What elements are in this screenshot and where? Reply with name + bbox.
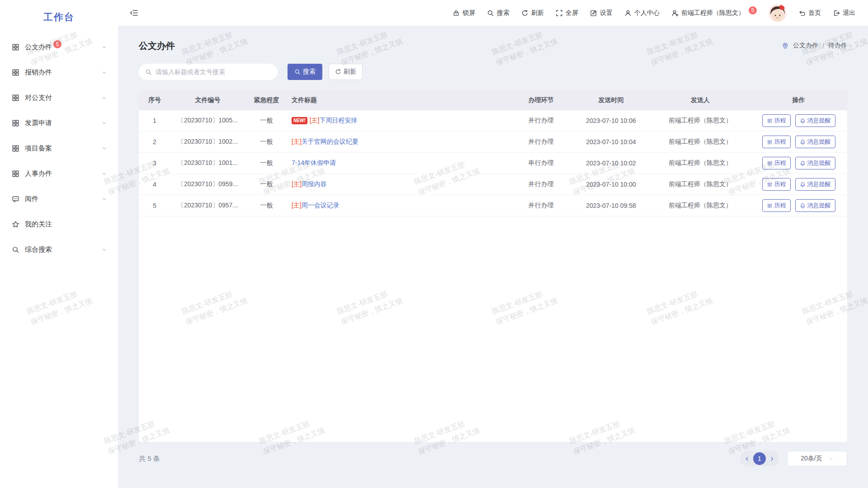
search-icon (145, 69, 152, 75)
search-button-label: 搜索 (303, 68, 316, 76)
message-remind-button[interactable]: 消息提醒 (795, 178, 835, 191)
topbar-action-label: 全屏 (566, 9, 578, 17)
cell-index: 3 (139, 160, 170, 167)
prev-page-icon[interactable] (744, 456, 750, 462)
app-root: 工作台 公文办件5报销办件对公支付发票申请项目备案人事办件阅件我的关注综合搜索 … (0, 0, 868, 488)
new-badge: NEW! (292, 117, 307, 124)
document-title-link[interactable]: [主]关于官网的会议纪要 (292, 138, 359, 146)
doc-tag: [主] (292, 202, 302, 210)
search-input[interactable] (156, 68, 271, 75)
history-button[interactable]: 历程 (762, 199, 791, 212)
topbar-action-user[interactable]: 个人中心 (624, 9, 660, 17)
history-label: 历程 (774, 159, 786, 167)
topbar-action-fullscreen[interactable]: 全屏 (556, 9, 578, 17)
chevron-down-icon (101, 95, 107, 101)
breadcrumb: 公文办件 / 待办件 (782, 42, 847, 50)
grid-icon (12, 94, 19, 102)
user-avatar[interactable] (769, 4, 787, 22)
cell-urgency: 一般 (245, 138, 288, 146)
sliders-icon (767, 139, 773, 145)
sidebar-item[interactable]: 对公支付 (0, 85, 118, 110)
message-remind-button[interactable]: 消息提醒 (795, 136, 835, 148)
cell-title: NEW![主]下周日程安排 (288, 117, 510, 125)
doc-tag: [主] (292, 180, 302, 188)
topbar-action-refresh[interactable]: 刷新 (521, 9, 544, 17)
cell-title: 7-14年休假申请 (288, 159, 510, 167)
table-body: 1〔20230710〕1005...一般NEW![主]下周日程安排并行办理202… (139, 110, 847, 216)
chevron-down-icon (101, 145, 107, 151)
sidebar-item[interactable]: 发票申请 (0, 110, 118, 136)
column-header: 发送人 (651, 96, 750, 104)
chevron-down-icon (829, 456, 834, 461)
current-user-label: 前端工程师（陈思文） (681, 9, 745, 17)
chevron-down-icon (101, 171, 107, 177)
sidebar-menu: 公文办件5报销办件对公支付发票申请项目备案人事办件阅件我的关注综合搜索 (0, 34, 118, 262)
doc-title-text: 7-14年休假申请 (292, 159, 336, 167)
home-button[interactable]: 首页 (798, 9, 821, 17)
search-button[interactable]: 搜索 (288, 64, 322, 80)
star-icon (12, 221, 19, 228)
history-button[interactable]: 历程 (762, 157, 791, 169)
breadcrumb-root[interactable]: 公文办件 (793, 42, 818, 50)
grid-icon (12, 43, 19, 51)
column-header: 序号 (139, 96, 170, 104)
sidebar-item[interactable]: 综合搜索 (0, 237, 118, 262)
message-remind-button[interactable]: 消息提醒 (795, 157, 835, 169)
table-row: 4〔20230710〕0959...一般[主]周报内容并行办理2023-07-1… (139, 174, 847, 195)
sidebar-item[interactable]: 项目备案 (0, 136, 118, 161)
doc-title-text: 周一会议记录 (302, 202, 340, 210)
page-size-select[interactable]: 20条/页 (787, 451, 847, 466)
sidebar-item[interactable]: 公文办件5 (0, 34, 118, 60)
document-title-link[interactable]: [主]周一会议记录 (292, 202, 340, 210)
document-title-link[interactable]: [主]周报内容 (292, 180, 327, 188)
right-column: 锁屏搜索刷新全屏设置个人中心 前端工程师（陈思文） 5 首页 退出 (118, 0, 868, 488)
topbar-action-lock[interactable]: 锁屏 (453, 9, 475, 17)
bell-icon (800, 203, 806, 209)
message-remind-button[interactable]: 消息提醒 (795, 199, 835, 212)
chevron-down-icon (101, 70, 107, 75)
logout-button[interactable]: 退出 (833, 9, 855, 17)
app-title: 工作台 (0, 0, 118, 34)
next-page-icon[interactable] (769, 456, 775, 462)
sidebar-item[interactable]: 阅件 (0, 186, 118, 211)
doc-title-text: 下周日程安排 (319, 117, 357, 125)
topbar-action-label: 个人中心 (634, 9, 660, 17)
message-remind-button[interactable]: 消息提醒 (795, 114, 835, 127)
history-button[interactable]: 历程 (762, 178, 791, 191)
cell-doc-number: 〔20230710〕0957... (170, 202, 245, 210)
sidebar-item[interactable]: 我的关注 (0, 211, 118, 237)
pagination: 1 20条/页 (740, 451, 847, 466)
document-title-link[interactable]: NEW![主]下周日程安排 (292, 117, 357, 125)
grid-icon (12, 119, 19, 127)
search-icon (487, 9, 494, 17)
topbar-action-edit[interactable]: 设置 (590, 9, 613, 17)
message-remind-label: 消息提醒 (807, 117, 831, 125)
message-remind-label: 消息提醒 (807, 159, 831, 167)
history-button[interactable]: 历程 (762, 114, 791, 127)
page-title: 公文办件 (139, 40, 175, 52)
document-title-link[interactable]: 7-14年休假申请 (292, 159, 336, 167)
topbar-action-label: 刷新 (531, 9, 544, 17)
table-row: 2〔20230710〕1002...一般[主]关于官网的会议纪要并行办理2023… (139, 131, 847, 153)
collapse-sidebar-icon[interactable] (130, 9, 138, 17)
sidebar-item-label: 项目备案 (25, 144, 52, 153)
cell-actions: 历程消息提醒 (750, 178, 847, 191)
bell-icon (800, 139, 806, 145)
current-user-chip[interactable]: 前端工程师（陈思文） 5 (671, 9, 757, 17)
refresh-button[interactable]: 刷新 (329, 64, 363, 80)
bell-icon (800, 160, 806, 166)
chevron-down-icon (101, 247, 107, 253)
documents-table: 序号 文件编号 紧急程度 文件标题 办理环节 发送时间 发送人 操作 1〔202… (139, 90, 847, 442)
topbar-action-search[interactable]: 搜索 (487, 9, 509, 17)
page-number-button[interactable]: 1 (753, 452, 766, 465)
history-button[interactable]: 历程 (762, 136, 791, 148)
main-content: 公文办件 公文办件 / 待办件 搜索 (118, 26, 868, 488)
logout-label: 退出 (843, 9, 855, 17)
cell-urgency: 一般 (245, 159, 288, 167)
cell-actions: 历程消息提醒 (750, 199, 847, 212)
lock-icon (453, 9, 460, 17)
sidebar-item[interactable]: 报销办件 (0, 60, 118, 85)
column-header: 发送时间 (571, 96, 651, 104)
table-row: 5〔20230710〕0957...一般[主]周一会议记录并行办理2023-07… (139, 195, 847, 216)
sidebar-item[interactable]: 人事办件 (0, 161, 118, 186)
